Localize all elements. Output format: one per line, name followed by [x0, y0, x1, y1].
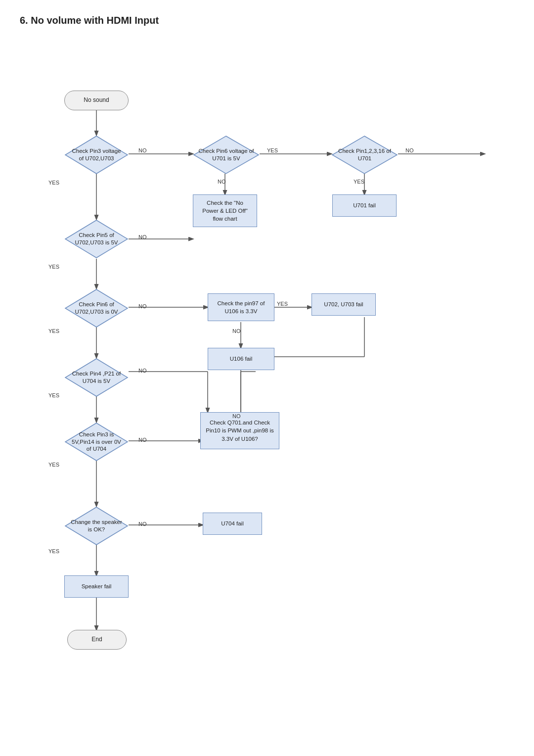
node-r8: Speaker fail: [64, 575, 129, 598]
node-d7: Check Pin3 is 5V,Pin14 is over 0V of U70…: [64, 422, 129, 462]
node-r7: U704 fail: [203, 513, 262, 535]
label-d2-yes: YES: [267, 147, 278, 153]
page-title: 6. No volume with HDMI Input: [20, 15, 514, 26]
node-r3: Check the pin97 of U106 is 3.3V: [208, 293, 274, 321]
label-d6-no: NO: [138, 368, 147, 374]
label-d5-yes: YES: [48, 328, 59, 334]
label-d8-no: NO: [138, 521, 147, 527]
node-d4: Check Pin5 of U702,U703 is 5V: [64, 219, 129, 259]
node-d5: Check Pin6 of U702,U703 is 0V: [64, 288, 129, 328]
label-d7-no: NO: [138, 437, 147, 443]
node-d6: Check Pin4 ,P21 of U704 is 5V: [64, 358, 129, 397]
label-r6-no: NO: [232, 413, 241, 419]
label-r3-yes: YES: [277, 301, 288, 307]
node-end: End: [67, 630, 127, 650]
label-d3-yes: YES: [354, 179, 364, 185]
label-d4-no: NO: [138, 234, 147, 240]
label-d5-no: NO: [138, 303, 147, 309]
label-d2-no: NO: [218, 179, 226, 185]
label-d4-yes: YES: [48, 264, 59, 270]
label-r3-no: NO: [232, 328, 241, 334]
node-d3: Check Pin1,2,3,16 of U701: [331, 135, 398, 175]
node-d2: Check Pin6 voltage of U701 is 5V: [193, 135, 260, 175]
label-d3-no: NO: [405, 147, 414, 153]
label-d6-yes: YES: [48, 392, 59, 398]
node-d1: Check Pin3 voltage of U702,U703: [64, 135, 129, 175]
node-r4: U702, U703 fail: [312, 293, 376, 316]
label-d1-no: NO: [138, 147, 147, 153]
label-d1-yes: YES: [48, 180, 59, 186]
label-d8-yes: YES: [48, 548, 59, 554]
flowchart: No sound Check Pin3 voltage of U702,U703…: [20, 41, 514, 724]
node-r2: U701 fail: [332, 194, 397, 217]
node-r5: U106 fail: [208, 348, 274, 370]
node-d8: Change the speaker is OK?: [64, 506, 129, 546]
label-d7-yes: YES: [48, 462, 59, 468]
node-r1: Check the "No Power & LED Off" flow char…: [193, 194, 257, 227]
node-start: No sound: [64, 91, 129, 110]
